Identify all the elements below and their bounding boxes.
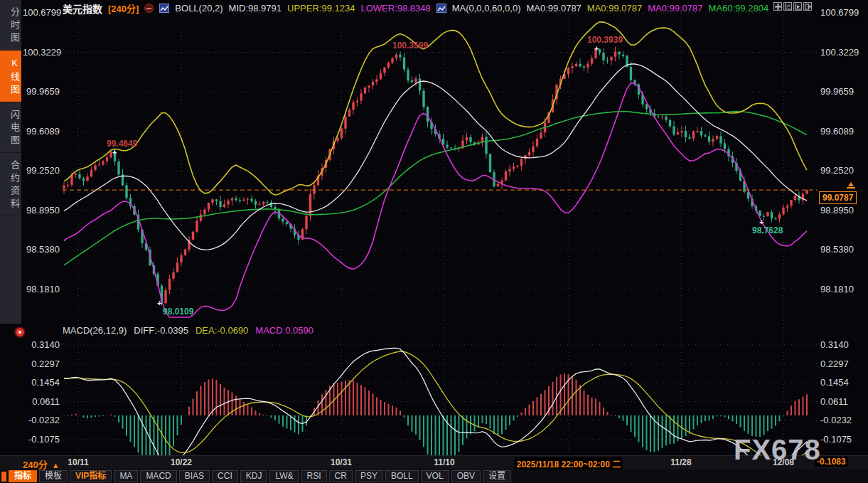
toolbar-marker-icon bbox=[1, 472, 6, 482]
toolbar-settings-button[interactable]: 设置 bbox=[483, 470, 511, 482]
symbol-name: 美元指数 bbox=[63, 1, 102, 16]
annotation-swing-low-1: 98.0109 bbox=[163, 307, 193, 317]
macd-axis-label-right: 0.1454 bbox=[820, 377, 849, 388]
toolbar-kdj-button[interactable]: KDJ bbox=[240, 470, 268, 482]
macd-name: MACD(26,12,9) bbox=[63, 325, 127, 336]
macd-settings-icon[interactable] bbox=[16, 328, 24, 336]
macd-axis-label-right: -0.0232 bbox=[820, 415, 852, 425]
price-axis-label-left: 99.9659 bbox=[23, 86, 60, 97]
annotation-swing-high-3: 100.3939 bbox=[587, 35, 623, 45]
toolbar-cr-button[interactable]: CR bbox=[329, 470, 353, 482]
annotation-swing-high-2: 100.3599 bbox=[392, 41, 428, 51]
period-text: 240分 bbox=[23, 460, 48, 470]
boll-upper-value: UPPER:99.1234 bbox=[287, 3, 355, 14]
price-axis-label-left: 99.6089 bbox=[23, 126, 60, 137]
expand-right-icon[interactable] bbox=[803, 2, 812, 11]
sidebar: 分时图 K线图 闪电图 合约资料 bbox=[0, 0, 21, 324]
extreme-marker-icon: + bbox=[759, 218, 763, 226]
macd-diff-value: DIFF:-0.0395 bbox=[134, 325, 188, 336]
toolbar-rsi-button[interactable]: RSI bbox=[301, 470, 327, 482]
ma-indicator-icon[interactable] bbox=[436, 4, 446, 13]
price-axis-label-right: 99.2520 bbox=[820, 165, 854, 176]
macd-axis-label-left: -0.1075 bbox=[23, 434, 60, 445]
watermark: FX678 bbox=[734, 434, 821, 466]
sidebar-tab-contract-info[interactable]: 合约资料 bbox=[0, 153, 21, 216]
time-axis-label: 10/22 bbox=[171, 457, 192, 467]
extreme-marker-icon: + bbox=[112, 148, 117, 156]
toolbar-ma-button[interactable]: MA bbox=[114, 470, 138, 482]
extreme-marker-icon: + bbox=[594, 44, 599, 53]
price-axis-label-right: 98.8950 bbox=[820, 205, 854, 216]
ma60-value: MA60:99.2804 bbox=[709, 3, 769, 14]
toolbar-psy-button[interactable]: PSY bbox=[355, 470, 383, 482]
move-crosshair-icon[interactable] bbox=[773, 2, 782, 11]
macd-axis-label-left: 0.2297 bbox=[23, 359, 60, 369]
time-axis-label: 11/10 bbox=[434, 457, 454, 467]
price-axis-label-left: 98.1810 bbox=[23, 284, 60, 294]
chart-toolbuttons bbox=[773, 2, 812, 11]
price-magnet-icon[interactable] bbox=[846, 181, 856, 193]
time-axis-label: 10/11 bbox=[68, 457, 88, 467]
ma-name: MA(0,0,0,60,0,0) bbox=[452, 3, 521, 14]
macd-hist-value: MACD:0.0590 bbox=[255, 325, 314, 336]
collapse-icon[interactable] bbox=[144, 4, 154, 13]
legend-bar: 美元指数 [240分] BOLL(20,2) MID:98.9791 UPPER… bbox=[63, 2, 768, 14]
toolbar-vol-button[interactable]: VOL bbox=[421, 470, 449, 482]
toolbar-vip-indicator-button[interactable]: VIP指标 bbox=[70, 470, 112, 482]
price-axis-label-left: 100.6799 bbox=[23, 7, 60, 18]
period-up-triangle-icon: ▲ bbox=[52, 461, 60, 469]
price-axis-label-left: 98.8950 bbox=[23, 205, 60, 216]
boll-mid-value: MID:98.9791 bbox=[229, 3, 282, 14]
toolbar-bias-button[interactable]: BIAS bbox=[179, 470, 210, 482]
toolbar-cci-button[interactable]: CCI bbox=[212, 470, 238, 482]
price-axis-label-right: 99.6089 bbox=[820, 126, 854, 137]
macd-axis-label-left: -0.0232 bbox=[23, 415, 60, 425]
sidebar-tab-kline-chart[interactable]: K线图 bbox=[0, 51, 21, 102]
toolbar-indicator-button[interactable]: 指标 bbox=[9, 470, 37, 482]
annotation-swing-high-1: 99.4649 bbox=[107, 139, 137, 149]
time-axis-label: 10/31 bbox=[331, 457, 352, 467]
axis-play-icon[interactable] bbox=[793, 2, 802, 11]
price-axis-label-right: 98.1810 bbox=[820, 284, 854, 294]
macd-axis-label-right: 0.0611 bbox=[820, 396, 848, 407]
toolbar-macd-button[interactable]: MACD bbox=[140, 470, 176, 482]
time-axis-selected-label: 2025/11/18 22:00~02:00 二 bbox=[515, 457, 623, 469]
price-axis-label-right: 100.6799 bbox=[820, 7, 859, 18]
bottom-toolbar: 指标 模板 VIP指标 MA MACD BIAS CCI KDJ LW& RSI… bbox=[0, 469, 868, 483]
axis-zoom-icon[interactable] bbox=[783, 2, 792, 11]
toolbar-template-button[interactable]: 模板 bbox=[39, 470, 68, 482]
toolbar-obv-button[interactable]: OBV bbox=[451, 470, 481, 482]
ma0-value-2: MA0:99.0787 bbox=[587, 3, 642, 14]
interval-label: [240分] bbox=[108, 1, 139, 15]
macd-dea-value: DEA:-0.0690 bbox=[195, 325, 248, 336]
ma0-value-3: MA0:99.0787 bbox=[648, 3, 702, 14]
sidebar-tab-flash-chart[interactable]: 闪电图 bbox=[0, 102, 21, 153]
chart-canvas[interactable] bbox=[0, 0, 868, 469]
price-axis-label-left: 99.2520 bbox=[23, 165, 60, 176]
macd-legend: MACD(26,12,9) DIFF:-0.0395 DEA:-0.0690 M… bbox=[63, 325, 314, 336]
macd-axis-label-right: 0.3140 bbox=[820, 339, 849, 350]
boll-name: BOLL(20,2) bbox=[175, 3, 223, 14]
time-axis-label: 11/28 bbox=[670, 457, 691, 467]
macd-axis-label-left: 0.0611 bbox=[23, 396, 60, 407]
price-axis-label-left: 100.3229 bbox=[23, 47, 60, 58]
macd-axis-label-right: 0.2297 bbox=[820, 359, 849, 369]
price-axis-label-right: 99.9659 bbox=[820, 86, 854, 97]
toolbar-boll-button[interactable]: BOLL bbox=[385, 470, 419, 482]
macd-axis-label-left: 0.3140 bbox=[23, 339, 60, 350]
ma0-value-1: MA0:99.0787 bbox=[527, 3, 582, 14]
trading-app: 100.6799100.6799100.3229100.322999.96599… bbox=[0, 0, 868, 483]
price-axis-label-left: 98.5380 bbox=[23, 244, 60, 255]
sidebar-tab-time-chart[interactable]: 分时图 bbox=[0, 0, 21, 51]
boll-lower-value: LOWER:98.8348 bbox=[360, 3, 430, 14]
toolbar-lw-button[interactable]: LW& bbox=[269, 470, 299, 482]
macd-axis-label-left: 0.1454 bbox=[23, 377, 60, 388]
price-axis-label-right: 98.5380 bbox=[820, 244, 854, 255]
macd-axis-label-right: -0.1075 bbox=[820, 434, 852, 445]
annotation-swing-low-2: 98.7628 bbox=[752, 225, 783, 235]
boll-indicator-icon[interactable] bbox=[159, 4, 169, 13]
price-axis-label-right: 100.3229 bbox=[820, 47, 859, 58]
extreme-marker-icon: + bbox=[157, 299, 161, 307]
